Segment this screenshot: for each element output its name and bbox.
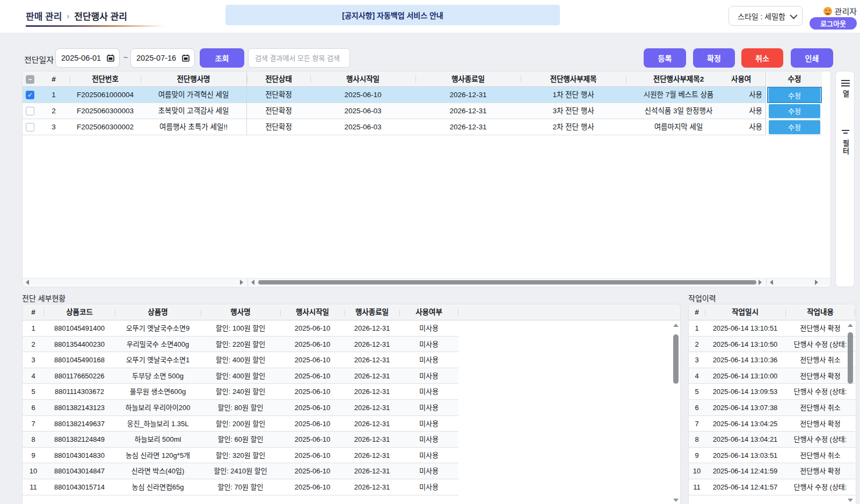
edit-button[interactable]: 수정 (769, 88, 820, 102)
history-row[interactable]: 42025-06-14 13:10:00전단행사 확정 (689, 368, 855, 384)
vertical-scrollbar[interactable] (848, 324, 853, 502)
detail-row[interactable]: 48801176650226두부당 소면 500g할인: 400원 할인2025… (23, 368, 458, 384)
scrollbar-thumb[interactable] (673, 334, 679, 384)
history-cell: 2025-06-14 12:41:57 (705, 479, 785, 495)
column-header: 행사시작일 (280, 304, 345, 320)
detail-cell: 하늘보리 우리아이200 (115, 400, 201, 416)
detail-cell: 우리밀국수 소면400g (115, 337, 201, 353)
date-to-input[interactable]: 2025-07-16 (130, 48, 195, 68)
search-button[interactable]: 조회 (200, 48, 244, 68)
scrollbar-divider (766, 279, 767, 286)
edit-button[interactable]: 수정 (769, 120, 820, 134)
scrollbar-thumb[interactable] (258, 280, 756, 284)
column-header: 전단행사부제목2 (626, 71, 731, 87)
horizontal-scrollbar[interactable] (23, 278, 830, 286)
detail-row[interactable]: 108801043014847신라면 박스(40입)할인: 2410원 할인20… (23, 463, 458, 479)
detail-cell: 2025-06-10 (280, 416, 345, 432)
top-bar: 판매 관리 › 전단행사 관리 [공지사항] 자동백업 서비스 안내 스타일 :… (0, 0, 860, 33)
history-cell: 전단행사 확정 (785, 463, 855, 479)
detail-cell: 8801176650226 (44, 368, 115, 384)
detail-row[interactable]: 98801043014830농심 신라면 120g*5개할인: 320원 할인2… (23, 448, 458, 464)
table-row[interactable]: 3F2025060300002여름행사 초특가 세일!!전단확정2025-06-… (23, 119, 766, 135)
scroll-right-icon[interactable] (240, 280, 243, 285)
history-row[interactable]: 102025-06-14 12:41:59전단행사 확정 (689, 463, 855, 479)
history-header-row: #작업일시작업내용 (689, 304, 855, 320)
history-cell: 전단행사 확정 (785, 416, 855, 432)
history-row[interactable]: 72025-06-14 13:04:25전단행사 확정 (689, 416, 855, 432)
scroll-right-icon[interactable] (759, 280, 762, 285)
row-checkbox-cell (23, 119, 38, 135)
smiley-icon (823, 7, 832, 16)
detail-cell: 오뚜기 옛날국수소면1 (115, 352, 201, 368)
breadcrumb-parent[interactable]: 판매 관리 (26, 9, 62, 23)
edit-button[interactable]: 수정 (769, 104, 820, 118)
scroll-left-icon[interactable] (26, 280, 29, 285)
column-header: 행사명 (201, 304, 280, 320)
date-range-tilde: ~ (123, 53, 128, 62)
print-button[interactable]: 인쇄 (791, 48, 833, 68)
scrollbar-thumb[interactable] (848, 332, 853, 384)
detail-cell: 2026-12-31 (345, 337, 399, 353)
scroll-down-icon[interactable] (673, 499, 679, 502)
detail-cell: 미사용 (399, 416, 458, 432)
detail-row[interactable]: 18801045491400오뚜기 옛날국수소면9할인: 100원 할인2025… (23, 320, 458, 337)
scroll-left-icon[interactable] (770, 280, 773, 285)
history-row[interactable]: 12025-06-14 13:10:51전단행사 확정 (689, 320, 855, 337)
detail-cell: 2026-12-31 (345, 384, 399, 400)
detail-cell: 할인: 60원 할인 (201, 432, 280, 448)
columns-tool[interactable]: 열 (836, 80, 855, 98)
history-row[interactable]: 62025-06-14 13:07:38전단행사 취소 (689, 400, 855, 416)
column-header: 작업내용 (785, 304, 855, 320)
detail-row[interactable]: 88801382124849하늘보리 500ml할인: 60원 할인2025-0… (23, 432, 458, 448)
history-row[interactable]: 82025-06-14 13:04:21단행사 수정 (상태: (689, 432, 855, 448)
vertical-scrollbar[interactable] (673, 324, 679, 502)
table-row[interactable]: 2F2025060300003초복맞이 고객감사 세일전단확정2025-06-0… (23, 103, 766, 119)
detail-cell: 2025-06-10 (280, 337, 345, 353)
cell-event-name: 여름맞이 가격혁신 세일 (141, 87, 247, 103)
history-row[interactable]: 22025-06-14 13:10:50단행사 수정 (상태: (689, 337, 855, 353)
table-row[interactable]: ✓1F2025061000004여름맞이 가격혁신 세일전단확정2025-06-… (23, 87, 766, 103)
detail-cell: 2026-12-31 (345, 448, 399, 464)
detail-cell: 할인: 2410원 할인 (201, 463, 280, 479)
cell-start-date: 2025-06-03 (310, 103, 416, 119)
search-input[interactable] (248, 48, 350, 68)
select-all-checkbox[interactable]: − (26, 75, 34, 84)
detail-row[interactable]: 118801043015714농심 신라면컵65g할인: 70원 할인2025-… (23, 479, 458, 495)
logout-button[interactable]: 로그아웃 (810, 17, 857, 30)
scroll-right-icon[interactable] (815, 280, 818, 285)
register-button[interactable]: 등록 (644, 48, 686, 68)
edit-column-header: 수정 (767, 71, 822, 87)
date-from-input[interactable]: 2025-06-01 (55, 48, 120, 68)
scroll-left-icon[interactable] (251, 280, 254, 285)
history-row[interactable]: 32025-06-14 13:10:36전단행사 취소 (689, 352, 855, 368)
style-select[interactable]: 스타일 : 세밀함 (728, 6, 803, 26)
filter-tool[interactable]: 필터 (836, 129, 855, 156)
detail-cell: 4 (23, 368, 44, 384)
scroll-up-icon[interactable] (673, 324, 679, 327)
notice-banner[interactable]: [공지사항] 자동백업 서비스 안내 (225, 5, 560, 25)
detail-row[interactable]: 78801382149637웅진_하늘보리 1.35L할인: 200원 할인20… (23, 416, 458, 432)
detail-cell: 2026-12-31 (345, 368, 399, 384)
history-row[interactable]: 112025-06-14 12:41:57단행사 수정 (상태: (689, 479, 855, 495)
confirm-button[interactable]: 확정 (693, 48, 735, 68)
detail-row[interactable]: 28801354400230우리밀국수 소면400g할인: 220원 할인202… (23, 337, 458, 353)
select-all-cell: − (23, 71, 38, 87)
detail-cell: 미사용 (399, 463, 458, 479)
detail-cell: 8801382124849 (44, 432, 115, 448)
row-checkbox[interactable] (26, 107, 34, 115)
row-checkbox[interactable]: ✓ (26, 91, 34, 99)
detail-row[interactable]: 38801045490168오뚜기 옛날국수소면1할인: 400원 할인2025… (23, 352, 458, 368)
detail-cell: 5 (23, 384, 44, 400)
cancel-button[interactable]: 취소 (741, 48, 783, 68)
flyer-event-grid: −#전단번호전단행사명전단상태행사시작일행사종료일전단행사부제목전단행사부제목2… (22, 71, 831, 287)
history-row[interactable]: 92025-06-14 13:03:51전단행사 취소 (689, 448, 855, 464)
detail-row[interactable]: 68801382143123하늘보리 우리아이200할인: 80원 할인2025… (23, 400, 458, 416)
detail-cell: 할인: 100원 할인 (201, 320, 280, 337)
detail-row[interactable]: 58801114303672풀무원 생소면600g할인: 240원 할인2025… (23, 384, 458, 400)
row-checkbox-cell: ✓ (23, 87, 38, 103)
scroll-up-icon[interactable] (848, 324, 853, 327)
history-row[interactable]: 52025-06-14 13:09:53단행사 수정 (상태: (689, 384, 855, 400)
date-to-value: 2025-07-16 (136, 54, 176, 62)
scroll-down-icon[interactable] (848, 499, 853, 502)
row-checkbox[interactable] (26, 123, 34, 132)
